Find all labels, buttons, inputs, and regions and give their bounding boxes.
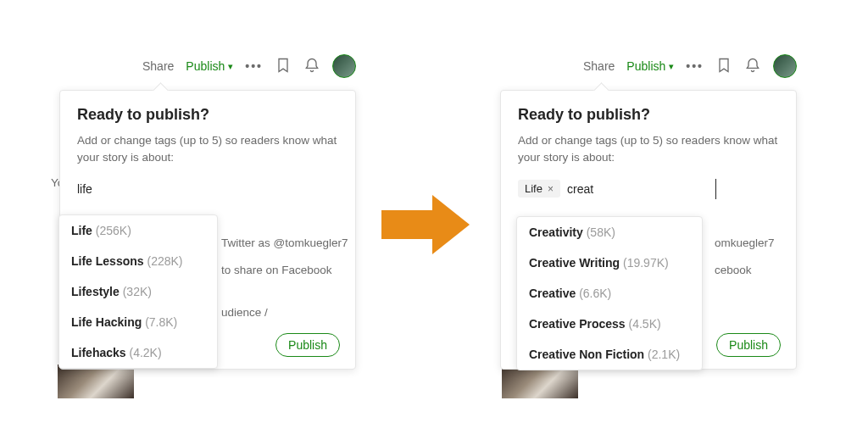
publish-popover: Ready to publish? Add or change tags (up… [59,90,356,370]
share-link[interactable]: Share [583,59,615,73]
chevron-down-icon: ▾ [228,61,233,72]
more-icon[interactable]: ••• [245,59,263,73]
suggestion-item[interactable]: Life Lessons (228K) [59,246,217,276]
suggestion-item[interactable]: Creative Writing (19.97K) [517,248,702,278]
suggestion-item[interactable]: Life Hacking (7.8K) [59,307,217,337]
publish-button[interactable]: Publish [716,333,781,357]
publish-label: Publish [626,59,665,73]
suggestion-item[interactable]: Creative (6.6K) [517,278,702,309]
share-link[interactable]: Share [142,59,174,73]
bg-photo [58,364,134,398]
popover-title: Ready to publish? [77,106,338,124]
bg-twitter-text: omkuegler7 [715,236,775,249]
publish-dropdown[interactable]: Publish ▾ [626,59,674,73]
popover-subtitle: Add or change tags (up to 5) so readers … [77,132,338,167]
tag-suggestions: Life (256K) Life Lessons (228K) Lifestyl… [58,214,218,369]
publish-panel-before: Share Publish ▾ ••• Ready to publish? Ad… [59,51,356,370]
bg-facebook-text: cebook [715,264,752,276]
suggestion-item[interactable]: Lifestyle (32K) [59,276,217,307]
publish-button[interactable]: Publish [275,333,340,357]
bookmark-icon[interactable] [715,57,732,76]
popover-title: Ready to publish? [518,106,779,124]
tag-suggestions: Creativity (58K) Creative Writing (19.97… [516,216,703,370]
chevron-down-icon: ▾ [669,61,674,72]
topbar: Share Publish ▾ ••• [500,51,797,81]
popover-subtitle: Add or change tags (up to 5) so readers … [518,132,779,167]
suggestion-item[interactable]: Creativity (58K) [517,217,702,248]
bell-icon[interactable] [303,57,320,76]
suggestion-item[interactable]: Creative Process (4.5K) [517,309,702,339]
close-icon[interactable]: × [548,183,554,195]
bg-facebook-text: to share on Facebook [221,264,332,276]
publish-popover: Ready to publish? Add or change tags (up… [500,90,797,370]
more-icon[interactable]: ••• [686,59,704,73]
tag-input-row [77,179,338,199]
tag-input-row: Life × [518,179,779,199]
tag-input[interactable] [567,179,716,199]
suggestion-item[interactable]: Life (256K) [59,215,217,246]
suggestion-item[interactable]: Creative Non Fiction (2.1K) [517,339,702,370]
publish-dropdown[interactable]: Publish ▾ [186,59,233,73]
publish-panel-after: Share Publish ▾ ••• Ready to publish? Ad… [500,51,797,370]
suggestion-item[interactable]: Lifehacks (4.2K) [59,337,217,368]
topbar: Share Publish ▾ ••• [59,51,356,81]
publish-label: Publish [186,59,225,73]
arrow-icon [381,195,475,254]
tag-input[interactable] [77,179,225,199]
tag-chip-label: Life [525,182,542,195]
tag-chip[interactable]: Life × [518,180,560,198]
bg-twitter-text: Twitter as @tomkuegler7 [221,236,348,249]
avatar[interactable] [332,54,356,78]
bell-icon[interactable] [744,57,761,76]
avatar[interactable] [773,54,797,78]
bookmark-icon[interactable] [275,57,292,76]
bg-audience-text: udience / [221,306,268,319]
